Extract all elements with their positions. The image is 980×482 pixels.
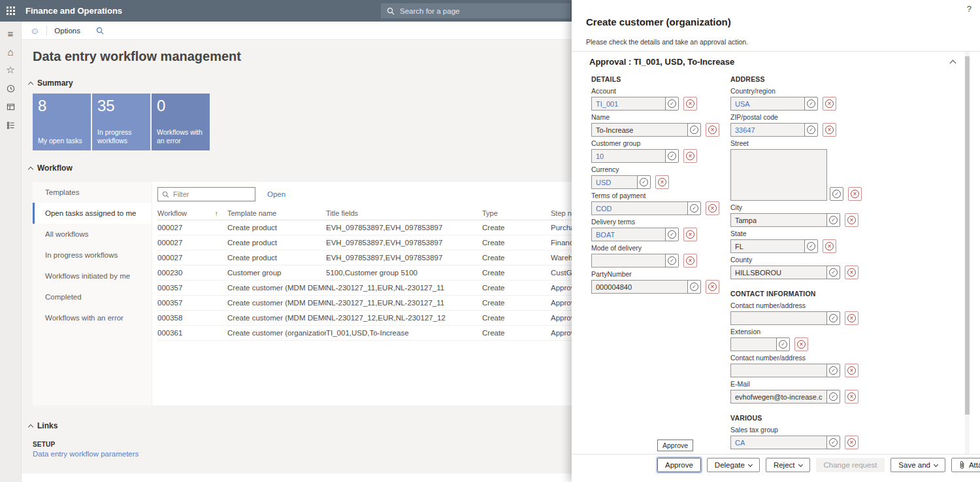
filter-input[interactable] [173, 190, 246, 198]
email-input[interactable]: evhofwegen@to-increase.com [730, 390, 827, 404]
zip-postal-code-input[interactable]: 33647 [730, 123, 805, 137]
delegate-button[interactable]: Delegate [707, 458, 760, 472]
tile-workflows-with-error[interactable]: 0 Workflows with an error [152, 94, 210, 150]
open-link[interactable]: Open [267, 190, 286, 198]
global-search-input[interactable] [400, 7, 550, 15]
name-input[interactable]: To-Increase [591, 123, 688, 137]
field-approve-button[interactable] [804, 123, 818, 137]
workflow-section-toggle[interactable]: Workflow [29, 164, 73, 173]
nav-item-completed[interactable]: Completed [33, 286, 152, 307]
nav-item-open-tasks-assigned-to-me[interactable]: Open tasks assigned to me [33, 203, 152, 224]
reject-button[interactable]: Reject [766, 458, 810, 472]
state-input[interactable]: FL [730, 239, 805, 253]
field-approve-button[interactable] [665, 149, 679, 163]
field-approve-button[interactable] [804, 97, 818, 111]
nav-item-templates[interactable]: Templates [33, 182, 152, 203]
favorites-star-icon[interactable]: ☆ [0, 61, 22, 79]
field-approve-button[interactable] [826, 266, 840, 279]
table-row[interactable]: 000357Create customer (MDM DEMO)NL-23012… [157, 281, 572, 296]
approve-button[interactable]: Approve [657, 458, 701, 472]
field-approve-button[interactable] [637, 175, 651, 189]
field-approve-button[interactable] [826, 436, 840, 449]
global-search[interactable] [381, 3, 570, 18]
recent-clock-icon[interactable] [0, 79, 22, 97]
field-approve-button[interactable] [804, 239, 818, 253]
county-input[interactable]: HILLSBOROU [730, 266, 827, 279]
field-reject-button[interactable] [794, 337, 808, 351]
nav-item-workflows-initiated-by-me[interactable]: Workflows initiated by me [33, 266, 152, 286]
field-reject-button[interactable] [848, 187, 862, 201]
field-approve-button[interactable] [687, 280, 701, 294]
app-launcher-waffle-icon[interactable] [0, 0, 22, 22]
field-approve-button[interactable] [776, 337, 790, 351]
column-header-step-name[interactable]: Step name [551, 209, 572, 217]
field-approve-button[interactable] [665, 97, 679, 111]
nav-item-workflows-with-an-error[interactable]: Workflows with an error [33, 307, 152, 328]
field-reject-button[interactable] [845, 436, 858, 449]
feedback-smiley-icon[interactable]: ☺ [30, 26, 39, 36]
tile-my-open-tasks[interactable]: 8 My open tasks [33, 94, 91, 150]
field-approve-button[interactable] [826, 311, 840, 325]
nav-item-all-workflows[interactable]: All workflows [33, 224, 152, 245]
field-approve-button[interactable] [687, 123, 701, 137]
field-reject-button[interactable] [683, 149, 697, 163]
help-icon[interactable]: ? [967, 4, 972, 14]
terms-of-payment-input[interactable]: COD [591, 201, 688, 215]
options-menu[interactable]: Options [54, 27, 80, 35]
filter-box[interactable] [157, 187, 255, 201]
field-approve-button[interactable] [826, 213, 840, 227]
field-approve-button[interactable] [830, 187, 843, 201]
city-input[interactable]: Tampa [730, 213, 827, 227]
modules-list-icon[interactable] [0, 116, 22, 134]
party-number-input[interactable]: 000004840 [591, 280, 688, 294]
links-section-toggle[interactable]: Links [29, 421, 57, 430]
table-row[interactable]: 000027Create productEVH_097853897,EVH_09… [157, 220, 572, 235]
tile-in-progress-workflows[interactable]: 35 In progress workflows [92, 94, 150, 150]
field-reject-button[interactable] [845, 364, 858, 377]
field-reject-button[interactable] [655, 175, 669, 189]
attachments-button[interactable]: Attachments [951, 458, 980, 472]
field-reject-button[interactable] [845, 311, 858, 325]
customer-group-input[interactable]: 10 [591, 149, 666, 163]
contact-number-input[interactable] [730, 311, 827, 325]
save-and-button[interactable]: Save and [890, 458, 945, 472]
table-row[interactable]: 000027Create productEVH_097853897,EVH_09… [157, 235, 572, 250]
nav-item-in-progress-workflows[interactable]: In progress workflows [33, 245, 152, 266]
horizontal-scroll-area[interactable] [22, 473, 572, 482]
field-reject-button[interactable] [823, 123, 836, 137]
currency-input[interactable]: USD [591, 175, 638, 189]
field-approve-button[interactable] [665, 254, 679, 267]
street-textarea[interactable] [730, 149, 827, 201]
field-reject-button[interactable] [845, 390, 858, 404]
account-input[interactable]: TI_001 [591, 97, 666, 111]
contact-number-input-2[interactable] [730, 364, 827, 377]
change-request-button[interactable]: Change request [816, 458, 885, 472]
field-reject-button[interactable] [845, 266, 858, 279]
field-reject-button[interactable] [845, 213, 858, 227]
column-header-type[interactable]: Type [482, 209, 551, 217]
column-header-title-fields[interactable]: Title fields [326, 209, 482, 217]
workspaces-icon[interactable] [0, 97, 22, 116]
mode-of-delivery-input[interactable] [591, 254, 666, 267]
field-reject-button[interactable] [823, 239, 836, 253]
home-icon[interactable]: ⌂ [0, 43, 22, 61]
data-entry-workflow-parameters-link[interactable]: Data entry workflow parameters [33, 450, 139, 458]
country-region-input[interactable]: USA [730, 97, 805, 111]
table-row[interactable]: 000361Create customer (organization)TI_0… [157, 326, 572, 341]
column-header-template-name[interactable]: Template name [227, 209, 326, 217]
summary-section-toggle[interactable]: Summary [29, 78, 73, 88]
collapse-chevron-up-icon[interactable] [950, 60, 956, 67]
delivery-terms-input[interactable]: BOAT [591, 228, 666, 241]
field-reject-button[interactable] [706, 123, 719, 137]
table-row[interactable]: 000358Create customer (MDM DEMO)NL-23012… [157, 311, 572, 326]
panel-scrollbar-track[interactable] [965, 52, 970, 454]
command-search-icon[interactable] [96, 27, 104, 35]
table-row[interactable]: 000230Customer group5100,Customer group … [157, 266, 572, 281]
field-reject-button[interactable] [706, 280, 719, 294]
extension-input[interactable] [730, 337, 777, 351]
field-reject-button[interactable] [683, 97, 697, 111]
panel-scrollbar-thumb[interactable] [965, 56, 970, 415]
field-approve-button[interactable] [665, 228, 679, 241]
field-approve-button[interactable] [826, 390, 840, 404]
field-reject-button[interactable] [683, 228, 697, 241]
